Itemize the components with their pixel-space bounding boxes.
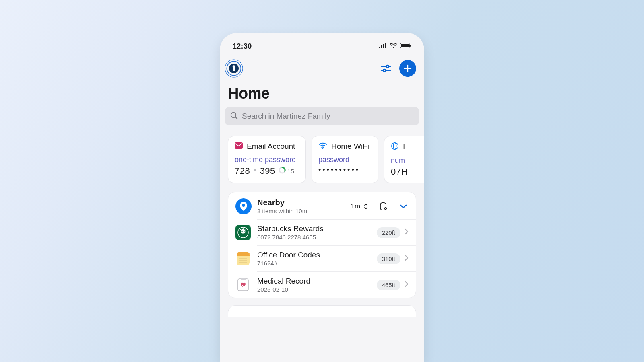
svg-point-30	[242, 231, 242, 232]
card-value: 07H	[391, 167, 424, 177]
card-title: Home WiFi	[331, 142, 369, 151]
card-field-label: password	[318, 156, 372, 164]
svg-rect-11	[233, 67, 235, 71]
phone-frame: 12:30	[220, 33, 424, 362]
svg-point-20	[322, 148, 323, 149]
svg-point-13	[386, 65, 389, 68]
svg-rect-6	[410, 45, 411, 47]
cellular-icon	[379, 43, 387, 50]
card-title: Email Account	[247, 142, 295, 151]
search-icon	[230, 112, 238, 121]
chevron-right-icon	[405, 255, 409, 263]
svg-rect-5	[401, 44, 409, 47]
item-title: Office Door Codes	[257, 251, 377, 259]
svg-rect-40	[241, 278, 246, 280]
starbucks-logo-icon	[235, 225, 251, 240]
nearby-panel: Nearby 3 items within 10mi 1mi	[228, 192, 416, 298]
battery-icon	[400, 43, 411, 50]
svg-rect-2	[383, 44, 384, 48]
quick-access-cards: Email Account one-time password 728•395 …	[220, 125, 424, 183]
item-title: Starbucks Rewards	[257, 224, 377, 233]
email-icon	[235, 142, 243, 150]
password-value: ••••••••••	[318, 166, 372, 174]
status-bar: 12:30	[220, 33, 424, 56]
otp-countdown-ring-icon	[279, 166, 286, 176]
page-title: Home	[220, 78, 424, 107]
svg-point-15	[383, 69, 386, 72]
nearby-item[interactable]: Office Door Codes 71624# 310ft	[257, 245, 416, 272]
svg-rect-0	[379, 47, 380, 48]
svg-rect-1	[381, 45, 382, 48]
item-subtitle: 6072 7846 2278 4655	[257, 234, 377, 241]
collapse-toggle[interactable]	[398, 201, 409, 212]
svg-rect-3	[385, 43, 386, 48]
svg-point-24	[242, 204, 245, 207]
wifi-icon	[318, 142, 327, 150]
chevron-right-icon	[405, 281, 409, 289]
status-icons	[379, 43, 411, 50]
location-pin-icon	[235, 198, 252, 214]
nearby-item[interactable]: Starbucks Rewards 6072 7846 2278 4655 22…	[257, 219, 416, 245]
search-field[interactable]	[225, 107, 419, 125]
status-time: 12:30	[233, 42, 252, 51]
nearby-item[interactable]: Medical Record 2025-02-10 465ft	[257, 272, 416, 298]
item-subtitle: 71624#	[257, 260, 377, 267]
next-panel-peek	[228, 305, 416, 317]
globe-icon	[391, 142, 399, 152]
svg-line-17	[235, 117, 237, 119]
card-field-label: num	[391, 156, 424, 165]
svg-point-26	[385, 207, 386, 209]
nearby-title: Nearby	[257, 198, 345, 207]
svg-rect-35	[237, 255, 250, 256]
nearby-list: Starbucks Rewards 6072 7846 2278 4655 22…	[228, 219, 416, 298]
app-header	[220, 56, 424, 78]
notes-icon	[235, 251, 251, 266]
card-partial[interactable]: I num 07H	[384, 136, 424, 183]
svg-point-31	[244, 231, 244, 232]
svg-point-32	[243, 228, 244, 229]
app-logo-icon[interactable]	[225, 59, 243, 78]
nearby-subtitle: 3 items within 10mi	[257, 208, 345, 214]
card-email-account[interactable]: Email Account one-time password 728•395 …	[228, 136, 306, 183]
chevron-right-icon	[405, 228, 409, 237]
distance-badge: 310ft	[377, 253, 400, 264]
otp-value: 728•395 15	[235, 166, 299, 176]
wifi-icon	[390, 43, 397, 50]
search-input[interactable]	[242, 112, 414, 121]
filter-button[interactable]	[380, 62, 392, 74]
item-title: Medical Record	[257, 277, 377, 286]
distance-badge: 220ft	[377, 227, 400, 238]
range-value: 1mi	[351, 202, 362, 210]
stepper-icon	[363, 203, 368, 210]
distance-badge: 465ft	[377, 280, 400, 290]
range-picker[interactable]: 1mi	[351, 202, 368, 210]
card-field-label: one-time password	[235, 156, 299, 164]
card-home-wifi[interactable]: Home WiFi password ••••••••••	[312, 136, 378, 183]
add-button[interactable]	[399, 60, 416, 77]
item-subtitle: 2025-02-10	[257, 286, 377, 293]
locate-button[interactable]	[378, 201, 389, 212]
medical-record-icon	[235, 277, 251, 292]
nearby-header: Nearby 3 items within 10mi 1mi	[228, 192, 416, 219]
card-title: I	[403, 142, 405, 151]
otp-countdown: 15	[287, 168, 295, 175]
